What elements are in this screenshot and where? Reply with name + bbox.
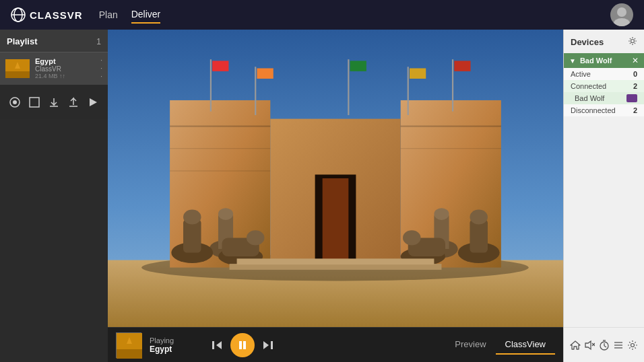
dot-menu-2[interactable]: · bbox=[100, 65, 102, 72]
playlist-info: Egypt ClassVR 21.4 MB ↑↑ bbox=[35, 57, 95, 79]
device-row-badwolf[interactable]: Bad Wolf bbox=[564, 92, 644, 104]
playlist-panel: Playlist 1 Egypt ClassVR 21.4 MB ↑↑ bbox=[0, 30, 108, 84]
video-controls: Playing Egypt Preview ClassView bbox=[108, 327, 563, 362]
main-area: Playlist 1 Egypt ClassVR 21.4 MB ↑↑ bbox=[0, 30, 644, 362]
svg-rect-36 bbox=[454, 61, 470, 71]
nav-plan[interactable]: Plan bbox=[99, 7, 118, 23]
svg-point-45 bbox=[247, 230, 265, 245]
group-name: Bad Wolf bbox=[580, 57, 628, 65]
group-expand-icon: ▼ bbox=[569, 57, 576, 65]
svg-point-78 bbox=[631, 343, 635, 347]
devices-title: Devices bbox=[571, 37, 604, 47]
dot-menu-3[interactable]: · bbox=[100, 73, 102, 80]
svg-rect-55 bbox=[230, 264, 442, 270]
timer-icon[interactable] bbox=[597, 337, 611, 353]
video-container bbox=[108, 30, 563, 327]
svg-point-39 bbox=[218, 208, 233, 220]
svg-rect-10 bbox=[30, 98, 39, 107]
logo-text: CLASSVR bbox=[30, 9, 83, 21]
group-close-button[interactable]: ✕ bbox=[632, 56, 639, 65]
svg-marker-67 bbox=[571, 341, 580, 349]
logo: CLASSVR bbox=[11, 7, 83, 22]
svg-rect-28 bbox=[212, 61, 228, 71]
svg-marker-68 bbox=[585, 341, 591, 349]
playlist-title: Playlist bbox=[7, 36, 38, 46]
toolbar-icon-play[interactable] bbox=[84, 93, 102, 112]
playlist-thumbnail bbox=[5, 59, 30, 78]
pause-button[interactable] bbox=[230, 333, 255, 357]
toolbar-icon-3[interactable] bbox=[44, 93, 63, 112]
devices-empty-area bbox=[564, 116, 644, 327]
devices-settings-icon[interactable] bbox=[628, 36, 637, 48]
playlist-item-sub: ClassVR bbox=[35, 65, 95, 73]
svg-rect-34 bbox=[410, 68, 426, 78]
logo-icon bbox=[11, 7, 26, 22]
device-active-count: 0 bbox=[633, 70, 637, 78]
playing-thumb bbox=[116, 332, 141, 358]
mute-icon[interactable] bbox=[582, 337, 596, 353]
playlist-item[interactable]: Egypt ClassVR 21.4 MB ↑↑ · · · bbox=[0, 52, 108, 84]
device-active-label: Active bbox=[571, 70, 591, 78]
playlist-count: 1 bbox=[96, 37, 101, 46]
preview-button[interactable]: Preview bbox=[445, 335, 495, 355]
device-badwolf-label: Bad Wolf bbox=[575, 94, 604, 102]
device-disconnected-label: Disconnected bbox=[571, 106, 616, 114]
svg-marker-64 bbox=[263, 341, 269, 349]
toolbar-icon-4[interactable] bbox=[64, 93, 83, 112]
svg-rect-59 bbox=[117, 349, 142, 359]
video-area: Playing Egypt Preview ClassView bbox=[108, 30, 563, 362]
playing-info: Playing Egypt bbox=[150, 336, 190, 354]
svg-point-48 bbox=[434, 208, 449, 220]
avatar[interactable] bbox=[610, 3, 633, 26]
playing-name: Egypt bbox=[150, 345, 190, 354]
svg-point-9 bbox=[13, 100, 17, 104]
device-row-active: Active 0 bbox=[564, 68, 644, 80]
device-color-indicator bbox=[626, 94, 637, 102]
svg-marker-13 bbox=[90, 98, 97, 106]
device-row-connected: Connected 2 bbox=[564, 80, 644, 92]
device-connected-count: 2 bbox=[633, 82, 637, 90]
svg-point-4 bbox=[614, 18, 630, 26]
svg-rect-30 bbox=[257, 68, 273, 78]
devices-bottom-toolbar bbox=[564, 327, 644, 362]
playlist-item-size: 21.4 MB ↑↑ bbox=[35, 73, 95, 79]
svg-rect-62 bbox=[239, 341, 242, 349]
top-nav: CLASSVR Plan Deliver bbox=[0, 0, 644, 30]
list-icon[interactable] bbox=[611, 337, 625, 353]
devices-header: Devices bbox=[564, 30, 644, 53]
playlist-header: Playlist 1 bbox=[0, 30, 108, 52]
settings-icon[interactable] bbox=[626, 337, 640, 353]
home-icon[interactable] bbox=[568, 337, 582, 353]
nav-links: Plan Deliver bbox=[99, 6, 594, 24]
svg-rect-32 bbox=[350, 61, 366, 71]
svg-point-42 bbox=[183, 209, 201, 224]
toolbar-icon-1[interactable] bbox=[5, 93, 24, 112]
prev-button[interactable] bbox=[209, 337, 225, 353]
nav-deliver[interactable]: Deliver bbox=[131, 6, 161, 24]
device-connected-label: Connected bbox=[571, 82, 606, 90]
svg-rect-56 bbox=[237, 258, 434, 264]
svg-point-66 bbox=[631, 40, 635, 43]
playing-label: Playing bbox=[150, 336, 190, 345]
scene-svg bbox=[108, 30, 563, 327]
devices-panel: Devices ▼ Bad Wolf ✕ Active 0 Connected … bbox=[563, 30, 644, 362]
classview-button[interactable]: ClassView bbox=[496, 335, 555, 355]
svg-point-51 bbox=[470, 209, 488, 224]
playlist-item-actions: · · · bbox=[100, 57, 102, 80]
device-row-disconnected: Disconnected 2 bbox=[564, 104, 644, 116]
device-group[interactable]: ▼ Bad Wolf ✕ bbox=[564, 53, 644, 68]
next-button[interactable] bbox=[260, 337, 276, 353]
transport-controls bbox=[209, 333, 276, 357]
svg-rect-61 bbox=[212, 341, 214, 349]
svg-line-73 bbox=[604, 346, 606, 347]
svg-point-54 bbox=[403, 230, 421, 245]
left-toolbar bbox=[0, 84, 108, 119]
view-buttons: Preview ClassView bbox=[445, 335, 555, 355]
svg-rect-7 bbox=[5, 71, 30, 78]
svg-point-3 bbox=[617, 7, 626, 17]
device-disconnected-count: 2 bbox=[633, 106, 637, 114]
dot-menu-1[interactable]: · bbox=[100, 57, 102, 64]
svg-rect-63 bbox=[243, 341, 246, 349]
playlist-item-name: Egypt bbox=[35, 57, 95, 65]
toolbar-icon-2[interactable] bbox=[25, 93, 44, 112]
